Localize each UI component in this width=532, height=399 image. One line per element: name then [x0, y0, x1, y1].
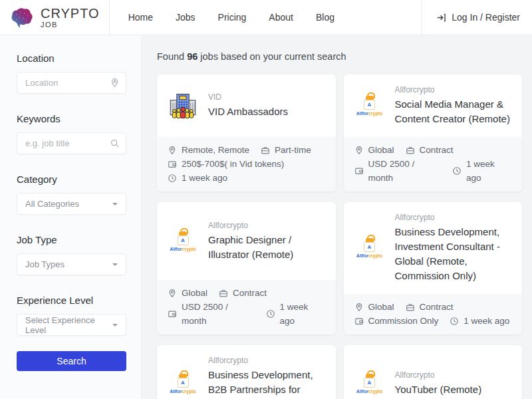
logo-wordmark: Allforcrypto — [356, 253, 383, 258]
category-select[interactable]: All Categories — [17, 193, 126, 215]
search-icon — [110, 138, 120, 148]
login-label: Log In / Register — [452, 12, 520, 23]
chevron-down-icon — [112, 263, 118, 266]
location-pin-icon — [168, 146, 177, 155]
vid-company-logo — [168, 91, 198, 120]
job-type-label: Job Type — [17, 234, 126, 245]
salary-wallet-icon — [168, 160, 177, 169]
location-pin-icon — [354, 146, 364, 155]
allforcrypto-bottle-icon: A — [364, 238, 375, 252]
allforcrypto-company-logo: A Allforcrypto — [354, 96, 385, 116]
salary-wallet-icon — [354, 166, 364, 176]
nav-pricing[interactable]: Pricing — [218, 12, 247, 23]
location-label: Location — [17, 53, 126, 64]
job-location: Remote, Remote — [182, 143, 249, 157]
chevron-down-icon — [112, 324, 118, 327]
job-type-select[interactable]: Job Types — [17, 253, 126, 275]
results-area: Found 96 jobs based on your current sear… — [141, 35, 532, 399]
job-card[interactable]: A Allforcrypto Allforcrypto Graphic Desi… — [157, 202, 336, 334]
logo-wordmark: Allforcrypto — [170, 247, 196, 251]
clock-icon — [450, 317, 459, 326]
allforcrypto-company-logo: A Allforcrypto — [354, 238, 385, 258]
job-meta: Global Contract USD 2500 / month 1 week … — [344, 137, 523, 192]
job-company: Allforcrypto — [208, 356, 325, 365]
logo-letter: A — [368, 102, 372, 108]
allforcrypto-bottle-icon: A — [364, 96, 375, 110]
results-count: 96 — [187, 51, 198, 62]
job-type: Contract — [420, 300, 454, 314]
logo-wordmark: Allforcrypto — [356, 111, 383, 116]
job-type: Contract — [233, 286, 267, 300]
clock-icon — [168, 174, 177, 183]
job-meta: Remote, Remote Part-time 250$-700$( in V… — [157, 137, 336, 192]
job-title: VID Ambassadors — [208, 104, 288, 119]
job-type: Part-time — [275, 143, 311, 157]
location-pin-icon — [110, 78, 120, 88]
allforcrypto-bottle-icon: A — [178, 231, 189, 245]
login-register-link[interactable]: Log In / Register — [421, 0, 532, 35]
job-type-value: Job Types — [25, 259, 65, 269]
logo-wordmark: Allforcrypto — [356, 389, 383, 394]
building-people-icon — [168, 91, 198, 120]
job-title: Graphic Designer / Illustrator (Remote) — [208, 233, 325, 262]
job-card[interactable]: A Allforcrypto Allforcrypto Business Dev… — [344, 202, 523, 334]
job-title: Social Media Manager & Content Creator (… — [395, 97, 512, 126]
location-pin-icon — [168, 289, 177, 298]
allforcrypto-company-logo: A Allforcrypto — [168, 231, 198, 251]
job-salary: USD 2500 / month — [368, 157, 442, 185]
job-posted: 1 week ago — [182, 171, 227, 185]
job-meta: Global Contract USD 2500 / month 1 week … — [157, 280, 336, 334]
logo-letter: A — [368, 244, 372, 250]
job-salary: 250$-700$( in Vid tokens) — [182, 157, 284, 171]
allforcrypto-company-logo: A Allforcrypto — [354, 374, 385, 394]
results-summary: Found 96 jobs based on your current sear… — [157, 51, 522, 62]
chevron-down-icon — [112, 203, 118, 205]
job-title: Business Development, B2B Partnerships f… — [208, 368, 325, 399]
job-location: Global — [368, 300, 394, 314]
results-suffix: jobs based on your current search — [200, 51, 346, 62]
logo-letter: A — [368, 380, 372, 386]
job-card[interactable]: A Allforcrypto Allforcrypto YouTuber (Re… — [344, 345, 523, 399]
clock-icon — [266, 309, 275, 319]
allforcrypto-company-logo: A Allforcrypto — [168, 374, 198, 394]
login-icon — [436, 13, 446, 23]
nav-jobs[interactable]: Jobs — [176, 12, 196, 23]
job-company: Allforcrypto — [208, 221, 325, 230]
job-posted: 1 week ago — [464, 314, 509, 328]
job-card[interactable]: A Allforcrypto Allforcrypto Social Media… — [344, 74, 523, 192]
job-cards-grid: VID VID Ambassadors Remote, Remote Part-… — [157, 74, 522, 399]
salary-wallet-icon — [168, 309, 177, 319]
search-button[interactable]: Search — [17, 351, 126, 371]
brand-text: CRYPTO JOB — [41, 7, 100, 29]
briefcase-icon — [406, 303, 415, 312]
job-company: Allforcrypto — [395, 370, 482, 380]
job-type: Contract — [420, 143, 454, 157]
job-card[interactable]: A Allforcrypto Allforcrypto Business Dev… — [157, 345, 336, 399]
experience-select[interactable]: Select Experience Level — [17, 314, 126, 336]
nav-blog[interactable]: Blog — [316, 12, 334, 23]
location-pin-icon — [354, 303, 364, 312]
job-card[interactable]: VID VID Ambassadors Remote, Remote Part-… — [157, 74, 336, 192]
job-location: Global — [368, 143, 394, 157]
filters-sidebar: Location Keywords Category All Categorie… — [0, 35, 141, 399]
brain-logo-icon — [9, 6, 36, 29]
category-label: Category — [17, 174, 126, 185]
header: CRYPTO JOB Home Jobs Pricing About Blog … — [0, 0, 532, 35]
experience-value: Select Experience Level — [25, 315, 112, 335]
job-company: Allforcrypto — [395, 213, 512, 222]
briefcase-icon — [261, 146, 270, 155]
job-title: Business Development, Investment Consult… — [395, 225, 512, 283]
allforcrypto-bottle-icon: A — [178, 374, 189, 388]
briefcase-icon — [406, 146, 415, 155]
results-prefix: Found — [157, 51, 184, 62]
brand-logo[interactable]: CRYPTO JOB — [0, 0, 110, 35]
allforcrypto-bottle-icon: A — [364, 374, 375, 388]
job-title: YouTuber (Remote) — [395, 382, 482, 397]
main-nav: Home Jobs Pricing About Blog — [110, 12, 422, 23]
salary-wallet-icon — [354, 317, 364, 326]
brand-name: CRYPTO — [41, 7, 100, 20]
job-salary: USD 2500 / month — [182, 300, 255, 328]
job-posted: 1 week ago — [466, 157, 511, 185]
nav-home[interactable]: Home — [128, 12, 153, 23]
nav-about[interactable]: About — [269, 12, 293, 23]
